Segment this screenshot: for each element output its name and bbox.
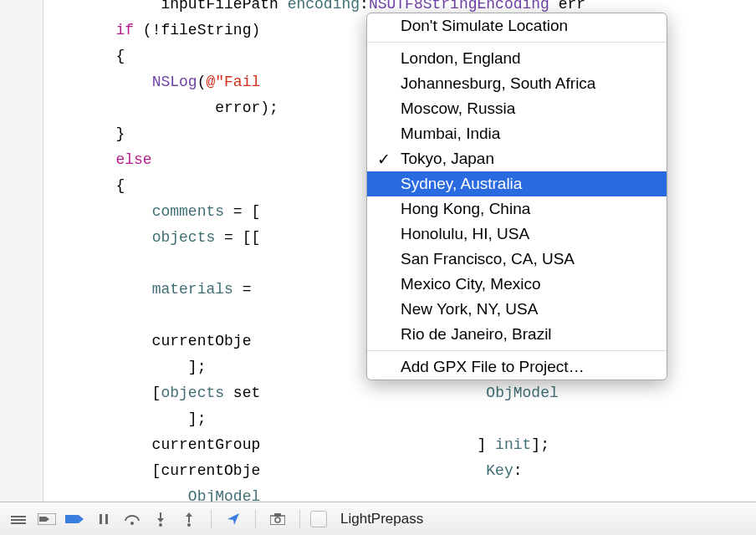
editor-gutter — [0, 0, 43, 502]
menu-item-location-3[interactable]: Mumbai, India — [367, 121, 667, 146]
svg-rect-6 — [100, 514, 102, 524]
menu-item-dont-simulate[interactable]: Don't Simulate Location — [367, 13, 667, 38]
svg-point-8 — [130, 522, 134, 525]
menu-item-location-2[interactable]: Moscow, Russia — [367, 96, 667, 121]
svg-rect-0 — [11, 516, 26, 517]
step-into-button[interactable] — [149, 507, 172, 531]
menu-item-location-10[interactable]: New York, NY, USA — [367, 297, 667, 322]
simulate-location-menu: Don't Simulate Location London, England … — [366, 13, 667, 380]
continue-button[interactable] — [64, 507, 87, 531]
debug-bar: LightPrepass — [0, 502, 756, 535]
menu-item-add-gpx[interactable]: Add GPX File to Project… — [367, 354, 667, 380]
menu-item-location-0[interactable]: London, England — [367, 46, 667, 71]
svg-point-11 — [159, 523, 162, 527]
debug-view-toggle-button[interactable] — [7, 507, 30, 531]
svg-point-18 — [275, 517, 280, 522]
svg-marker-13 — [186, 512, 192, 517]
svg-rect-1 — [11, 519, 26, 521]
svg-rect-2 — [11, 522, 26, 524]
debug-target-label[interactable]: LightPrepass — [337, 511, 423, 527]
svg-marker-4 — [39, 517, 49, 522]
menu-item-location-11[interactable]: Rio de Janeiro, Brazil — [367, 322, 667, 347]
menu-separator — [367, 42, 667, 43]
menu-item-location-4[interactable]: ✓Tokyo, Japan — [367, 146, 667, 171]
simulate-location-button[interactable] — [222, 507, 245, 531]
menu-item-location-9[interactable]: Mexico City, Mexico — [367, 272, 667, 297]
camera-button[interactable] — [266, 507, 289, 531]
menu-item-location-8[interactable]: San Francisco, CA, USA — [367, 247, 667, 272]
menu-item-location-7[interactable]: Honolulu, HI, USA — [367, 222, 667, 247]
svg-marker-15 — [227, 513, 239, 525]
svg-marker-10 — [157, 518, 164, 522]
svg-rect-7 — [105, 514, 108, 524]
step-out-button[interactable] — [177, 507, 201, 531]
target-icon-well[interactable] — [310, 511, 327, 527]
debugbar-separator — [211, 510, 212, 528]
svg-point-14 — [187, 523, 191, 527]
check-icon: ✓ — [377, 150, 391, 169]
debugbar-separator — [299, 510, 300, 528]
menu-separator — [367, 350, 667, 351]
menu-item-location-6[interactable]: Hong Kong, China — [367, 196, 667, 222]
step-over-button[interactable] — [120, 507, 144, 531]
menu-item-location-5[interactable]: Sydney, Australia — [367, 171, 667, 196]
pause-button[interactable] — [92, 507, 115, 531]
svg-marker-5 — [65, 515, 84, 523]
svg-rect-17 — [274, 513, 281, 517]
menu-item-location-1[interactable]: Johannesburg, South Africa — [367, 71, 667, 96]
breakpoint-panel-button[interactable] — [35, 507, 59, 531]
debugbar-separator — [255, 510, 256, 528]
